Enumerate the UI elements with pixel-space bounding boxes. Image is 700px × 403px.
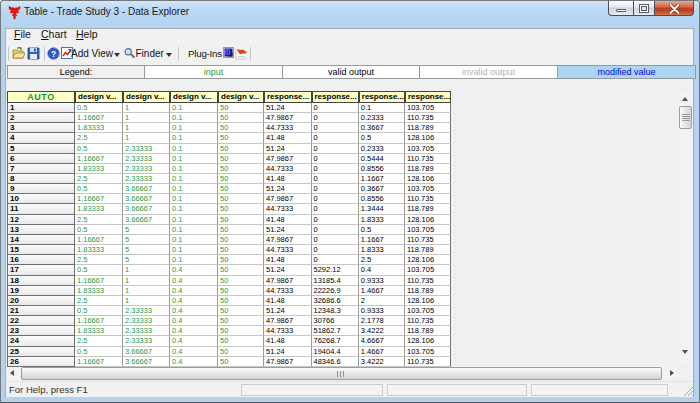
- svg-text:?: ?: [51, 49, 56, 59]
